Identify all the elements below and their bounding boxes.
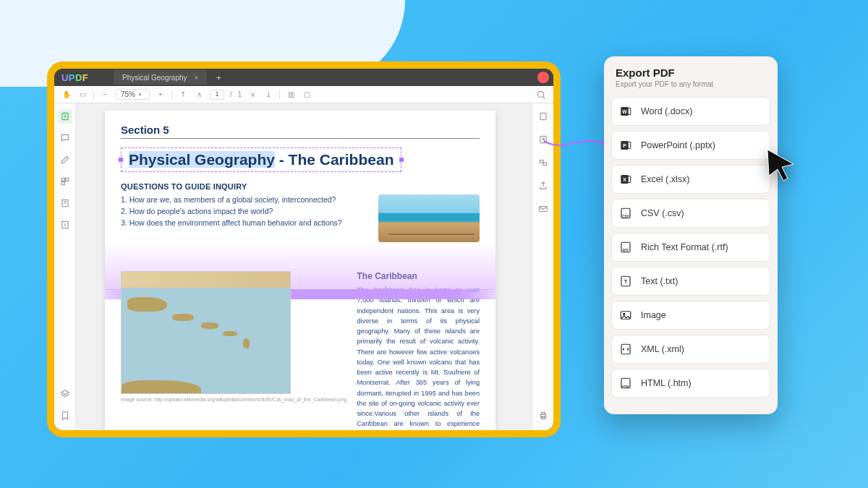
selection-handle-right[interactable]: [399, 157, 404, 163]
tab-document[interactable]: Physical Geography ×: [114, 70, 207, 85]
svg-text:W: W: [622, 109, 627, 114]
svg-text:RTF: RTF: [623, 249, 629, 252]
bookmark-icon[interactable]: [58, 408, 72, 423]
export-panel: Export PDF Export your PDF to any format…: [604, 56, 778, 414]
format-excel[interactable]: X Excel (.xlsx): [611, 165, 770, 194]
app-window: UPDF Physical Geography × + ✋ ▭ − 75% + …: [47, 61, 561, 437]
xml-icon: [619, 343, 632, 356]
toolbar: ✋ ▭ − 75% + ⤒ ∧ 1 / 1 ∨ ⤓ ▥ ▢: [54, 86, 553, 103]
page-input[interactable]: 1: [210, 90, 224, 100]
svg-text:CSV: CSV: [622, 215, 629, 218]
ocr-mode-icon[interactable]: [58, 196, 72, 210]
format-txt[interactable]: T Text (.txt): [611, 267, 770, 296]
selection-handle-left[interactable]: [118, 157, 124, 163]
svg-rect-10: [540, 113, 545, 119]
svg-rect-12: [540, 160, 543, 163]
format-label: Text (.txt): [641, 276, 678, 286]
svg-rect-5: [61, 178, 64, 181]
body-text: The Caribbean Sea is home to over 7,000 …: [357, 285, 480, 430]
format-html[interactable]: HTML HTML (.htm): [611, 369, 770, 398]
app-logo: UPDF: [61, 72, 88, 83]
inquiry-questions: 1. How are we, as members of a global so…: [121, 194, 371, 242]
organize-mode-icon[interactable]: [58, 174, 72, 189]
format-label: Word (.docx): [641, 106, 692, 116]
svg-rect-16: [541, 412, 545, 414]
format-label: CSV (.csv): [641, 208, 684, 218]
left-sidebar: [54, 103, 76, 430]
powerpoint-icon: P: [619, 139, 632, 152]
word-icon: W: [619, 105, 632, 118]
page-title: Physical Geography - The Caribbean: [129, 151, 393, 168]
next-page-icon[interactable]: ∨: [247, 90, 258, 100]
svg-rect-13: [543, 163, 547, 166]
prev-page-icon[interactable]: ∧: [194, 90, 204, 100]
convert-icon[interactable]: [536, 155, 550, 170]
inquiry-header: QUESTIONS TO GUIDE INQUIRY: [121, 182, 480, 191]
title-selection[interactable]: Physical Geography - The Caribbean: [121, 147, 401, 172]
svg-text:T: T: [624, 278, 628, 285]
rtf-icon: RTF: [619, 241, 632, 254]
format-rtf[interactable]: RTF Rich Text Format (.rtf): [611, 233, 770, 262]
excel-icon: X: [619, 173, 632, 186]
first-page-icon[interactable]: ⤒: [178, 90, 188, 100]
tab-label: Physical Geography: [122, 74, 187, 82]
format-label: XML (.xml): [641, 344, 684, 354]
svg-point-0: [537, 91, 543, 97]
format-label: HTML (.htm): [641, 378, 692, 388]
svg-point-34: [624, 313, 625, 314]
new-tab-button[interactable]: +: [213, 72, 224, 83]
titlebar: UPDF Physical Geography × +: [54, 69, 553, 86]
avatar[interactable]: [537, 72, 549, 83]
section-header: Section 5: [121, 124, 480, 139]
zoom-select[interactable]: 75%: [116, 89, 150, 100]
page-total: 1: [238, 90, 242, 98]
zoom-in-icon[interactable]: +: [156, 90, 166, 100]
email-icon[interactable]: [536, 202, 550, 216]
svg-text:X: X: [623, 177, 626, 182]
page-separator: /: [230, 90, 232, 98]
export-title: Export PDF: [616, 67, 766, 79]
format-word[interactable]: W Word (.docx): [611, 97, 770, 126]
hand-tool-icon[interactable]: ✋: [61, 90, 72, 100]
reader-mode-icon[interactable]: [58, 109, 72, 124]
edit-mode-icon[interactable]: [58, 153, 72, 167]
svg-text:HTML: HTML: [622, 385, 630, 388]
format-label: Image: [641, 310, 666, 320]
select-tool-icon[interactable]: ▭: [77, 90, 88, 100]
format-label: PowerPoint (.pptx): [641, 140, 715, 150]
properties-icon[interactable]: [536, 109, 550, 124]
svg-line-1: [542, 96, 545, 98]
tab-bar: Physical Geography × +: [114, 70, 224, 85]
document-page: Section 5 Physical Geography - The Carib…: [105, 111, 495, 430]
csv-icon: CSV: [619, 207, 632, 220]
document-viewport[interactable]: Section 5 Physical Geography - The Carib…: [76, 103, 532, 430]
svg-rect-6: [65, 178, 68, 181]
export-subtitle: Export your PDF to any format: [616, 80, 766, 88]
zoom-out-icon[interactable]: −: [100, 90, 110, 100]
beach-image: [378, 194, 480, 242]
print-icon[interactable]: [536, 408, 550, 423]
format-csv[interactable]: CSV CSV (.csv): [611, 199, 770, 228]
export-icon[interactable]: [536, 132, 550, 147]
compress-icon[interactable]: [58, 218, 72, 232]
comment-mode-icon[interactable]: [58, 131, 72, 145]
search-icon[interactable]: [536, 90, 546, 100]
format-label: Excel (.xlsx): [641, 174, 689, 184]
image-icon: [619, 309, 632, 322]
layers-icon[interactable]: [58, 387, 72, 401]
text-icon: T: [619, 275, 632, 288]
format-image[interactable]: Image: [611, 301, 770, 330]
view-single-icon[interactable]: ▥: [286, 90, 296, 100]
right-sidebar: [532, 103, 553, 430]
close-icon[interactable]: ×: [195, 74, 199, 82]
svg-text:P: P: [623, 143, 626, 148]
presentation-icon[interactable]: ▢: [302, 90, 312, 100]
svg-rect-17: [541, 416, 545, 419]
format-powerpoint[interactable]: P PowerPoint (.pptx): [611, 131, 770, 160]
format-label: Rich Text Format (.rtf): [641, 242, 728, 252]
share-icon[interactable]: [536, 179, 550, 193]
last-page-icon[interactable]: ⤓: [263, 90, 273, 100]
html-icon: HTML: [619, 377, 632, 390]
format-xml[interactable]: XML (.xml): [611, 335, 770, 364]
map-caption: Image source: http://upload.wikimedia.or…: [121, 397, 346, 403]
